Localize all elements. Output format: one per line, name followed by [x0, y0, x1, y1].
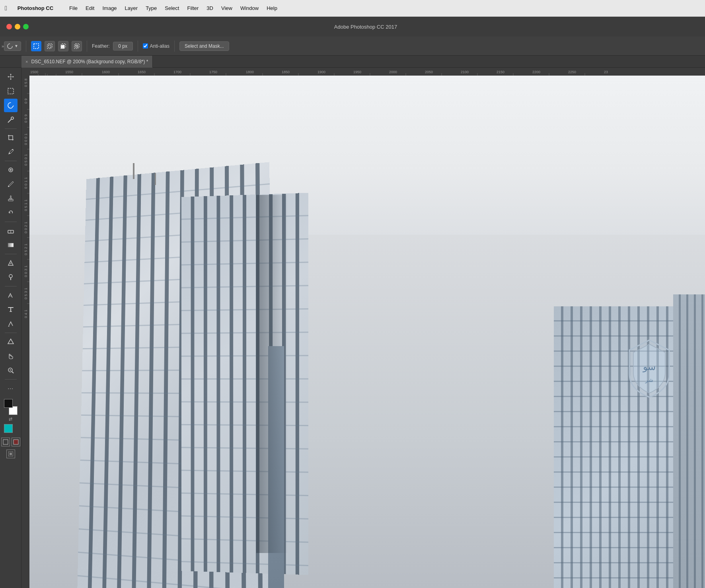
blur-tool[interactable]: [4, 256, 18, 270]
svg-marker-25: [8, 339, 14, 344]
svg-text:5: 5: [24, 250, 28, 252]
svg-text:1: 1: [24, 288, 28, 290]
magic-wand-tool[interactable]: [4, 113, 18, 127]
svg-text:23: 23: [604, 70, 608, 74]
apple-menu[interactable]: : [5, 5, 7, 12]
menu-image[interactable]: Image: [98, 4, 121, 13]
screen-mode-button[interactable]: [6, 450, 15, 458]
menu-select[interactable]: Select: [161, 4, 183, 13]
svg-text:0: 0: [24, 140, 28, 142]
menu-view[interactable]: View: [217, 4, 236, 13]
separator3: [5, 222, 17, 222]
svg-text:3: 3: [24, 269, 28, 271]
tab-close-icon[interactable]: ×: [25, 59, 28, 64]
menu-edit[interactable]: Edit: [82, 4, 98, 13]
canvas-area[interactable]: 1500 1550 1600 1650 1700 1750 1800 1850 …: [21, 68, 705, 588]
menu-layer[interactable]: Layer: [121, 4, 142, 13]
feather-input[interactable]: [113, 42, 133, 51]
quick-mask-area: [1, 438, 20, 446]
svg-point-21: [10, 263, 12, 264]
svg-rect-8: [8, 88, 14, 94]
svg-text:0: 0: [24, 187, 28, 189]
anti-alias-label: Anti-alias: [150, 43, 169, 49]
svg-text:3: 3: [24, 291, 28, 293]
dodge-tool[interactable]: [4, 271, 18, 284]
menu-filter[interactable]: Filter: [183, 4, 203, 13]
standard-mode-button[interactable]: [1, 438, 10, 446]
clone-stamp-tool[interactable]: [4, 192, 18, 205]
menu-type[interactable]: Type: [142, 4, 161, 13]
svg-rect-34: [29, 68, 705, 76]
more-tools-button[interactable]: ···: [4, 382, 18, 395]
svg-text:1950: 1950: [353, 70, 361, 74]
svg-rect-3: [61, 45, 64, 49]
shape-tool[interactable]: [4, 335, 18, 349]
healing-brush-tool[interactable]: [4, 163, 18, 177]
swap-colors-button[interactable]: ⇄: [9, 417, 12, 422]
minimize-button[interactable]: [15, 24, 20, 29]
separator7: [5, 379, 17, 380]
pen-tool[interactable]: [4, 288, 18, 302]
svg-text:1: 1: [24, 180, 28, 182]
intersect-selection-btn[interactable]: [72, 41, 82, 51]
svg-line-9: [8, 119, 12, 123]
screen-mode-area: [6, 450, 15, 458]
svg-text:1: 1: [24, 222, 28, 224]
svg-text:9: 9: [24, 114, 28, 116]
eyedropper-tool[interactable]: [4, 145, 18, 159]
document-tab[interactable]: × DSC_6510.NEF @ 200% (Background copy, …: [21, 56, 153, 68]
svg-text:1: 1: [24, 243, 28, 245]
menu-file[interactable]: File: [65, 4, 82, 13]
zoom-tool[interactable]: [4, 364, 18, 377]
gradient-tool[interactable]: [4, 238, 18, 252]
foreground-color-swatch[interactable]: [4, 399, 13, 408]
ruler-horizontal: 1500 1550 1600 1650 1700 1750 1800 1850 …: [29, 68, 705, 76]
svg-text:0: 0: [24, 272, 28, 274]
move-tool[interactable]: [4, 70, 18, 84]
svg-text:2150: 2150: [497, 70, 504, 74]
svg-text:0: 0: [24, 143, 28, 145]
svg-line-27: [12, 372, 14, 373]
history-brush-tool[interactable]: [4, 206, 18, 220]
svg-point-17: [8, 186, 9, 187]
maximize-button[interactable]: [23, 24, 29, 29]
ruler-corner: [21, 68, 29, 76]
menu-window[interactable]: Window: [236, 4, 263, 13]
close-button[interactable]: [6, 24, 12, 29]
crop-tool[interactable]: [4, 131, 18, 144]
menu-help[interactable]: Help: [263, 4, 281, 13]
select-and-mask-button[interactable]: Select and Mask...: [179, 41, 229, 51]
add-selection-btn[interactable]: [45, 41, 55, 51]
svg-text:1: 1: [24, 199, 28, 201]
quick-mask-mode-button[interactable]: [12, 438, 20, 446]
path-selection-tool[interactable]: [4, 317, 18, 331]
new-selection-btn[interactable]: [31, 41, 41, 51]
marquee-tool[interactable]: [4, 84, 18, 98]
lasso-tool[interactable]: [4, 99, 18, 112]
shield-logo: سو شر: [625, 338, 673, 398]
hand-tool[interactable]: [4, 349, 18, 363]
panel-arrows[interactable]: »: [2, 44, 4, 49]
svg-text:5: 5: [24, 82, 28, 84]
canvas-image[interactable]: سو شر: [29, 76, 705, 588]
svg-text:شر: شر: [645, 377, 653, 384]
separator6: [5, 333, 17, 333]
svg-text:5: 5: [24, 160, 28, 162]
subtract-selection-btn[interactable]: [58, 41, 68, 51]
svg-text:1550: 1550: [65, 70, 73, 74]
brush-tool[interactable]: [4, 177, 18, 191]
lasso-tool-dropdown[interactable]: ▼: [4, 41, 21, 51]
menu-3d[interactable]: 3D: [203, 4, 217, 13]
ruler-vertical: 8 5 0 9 0 9 5 0 1 0 0 0 1 0 5 0: [21, 76, 29, 588]
eraser-tool[interactable]: [4, 224, 18, 238]
building-scene: سو شر: [29, 76, 705, 588]
type-tool[interactable]: [4, 303, 18, 316]
svg-text:2100: 2100: [461, 70, 469, 74]
svg-text:2: 2: [24, 225, 28, 227]
svg-text:1: 1: [24, 154, 28, 156]
anti-alias-checkbox[interactable]: Anti-alias: [143, 43, 169, 49]
app-name[interactable]: Photoshop CC: [14, 4, 57, 13]
shadow-gap: [256, 195, 288, 553]
svg-text:5: 5: [24, 206, 28, 208]
accent-color-swatch[interactable]: [4, 424, 13, 433]
